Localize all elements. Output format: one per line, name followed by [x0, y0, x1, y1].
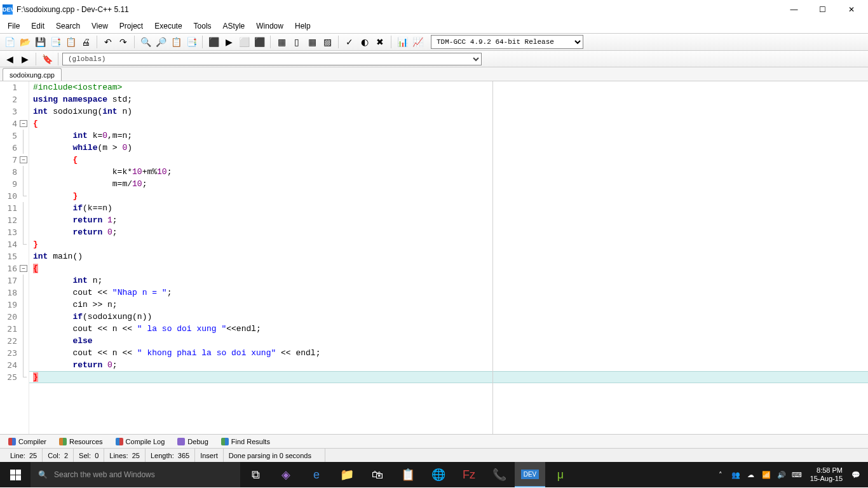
- maximize-button[interactable]: ☐: [808, 1, 837, 18]
- tray-volume-icon[interactable]: 🔊: [775, 462, 789, 487]
- tray-chevron-icon[interactable]: ˄: [714, 462, 728, 487]
- system-tray: ˄ 👥 ☁ 📶 🔊 ⌨ 8:58 PM 15-Aug-15 💬: [714, 462, 868, 487]
- globals-select[interactable]: (globals): [62, 53, 482, 65]
- menu-astyle[interactable]: AStyle: [218, 20, 250, 32]
- tray-onedrive-icon[interactable]: ☁: [744, 462, 758, 487]
- goto-button[interactable]: 📑: [184, 35, 198, 49]
- menu-tools[interactable]: Tools: [189, 20, 217, 32]
- toggle-button[interactable]: ◐: [358, 35, 372, 49]
- menu-help[interactable]: Help: [290, 20, 316, 32]
- fold-toggle[interactable]: −: [20, 120, 27, 127]
- menu-bar: FileEditSearchViewProjectExecuteToolsASt…: [0, 19, 868, 33]
- save-as-button[interactable]: 📋: [64, 35, 78, 49]
- tray-notifications-icon[interactable]: 💬: [849, 462, 863, 487]
- filezilla-icon[interactable]: Fz: [454, 462, 484, 487]
- forward-button[interactable]: ▶: [18, 52, 32, 66]
- chart2-button[interactable]: 📈: [410, 35, 424, 49]
- status-bar: Line: 25 Col: 2 Sel: 0 Lines: 25 Length:…: [0, 448, 868, 462]
- compile-run-button[interactable]: ⬜: [237, 35, 251, 49]
- devcpp-active-icon[interactable]: DEV: [515, 462, 545, 487]
- menu-execute[interactable]: Execute: [149, 20, 187, 32]
- taskbar-search[interactable]: 🔍 Search the web and Windows: [31, 462, 240, 487]
- menu-view[interactable]: View: [86, 20, 113, 32]
- save-all-button[interactable]: 📑: [48, 35, 62, 49]
- explorer-icon[interactable]: 📁: [332, 462, 362, 487]
- minimize-button[interactable]: —: [780, 1, 808, 18]
- search-icon: 🔍: [38, 470, 48, 479]
- redo-button[interactable]: ↷: [116, 35, 130, 49]
- code-content[interactable]: #include<iostream>using namespace std;in…: [29, 81, 868, 434]
- editor-tab-bar: sodoixung.cpp: [0, 67, 868, 81]
- delete-button[interactable]: ✖: [373, 35, 387, 49]
- compiler-select[interactable]: TDM-GCC 4.9.2 64-bit Release: [431, 35, 583, 49]
- replace-button[interactable]: 🔎: [154, 35, 168, 49]
- chart-button[interactable]: 📊: [395, 35, 409, 49]
- search-placeholder: Search the web and Windows: [54, 470, 155, 479]
- stop-button[interactable]: ▯: [290, 35, 304, 49]
- new-file-button[interactable]: 📄: [3, 35, 17, 49]
- save-button[interactable]: 💾: [33, 35, 47, 49]
- back-button[interactable]: ◀: [3, 52, 17, 66]
- fold-toggle[interactable]: −: [20, 265, 27, 272]
- chrome-icon[interactable]: 🌐: [423, 462, 454, 487]
- edge-icon[interactable]: e: [301, 462, 332, 487]
- find-next-button[interactable]: 📋: [169, 35, 183, 49]
- app2-icon[interactable]: 📞: [484, 462, 515, 487]
- bottom-tab-resources[interactable]: Resources: [53, 435, 109, 448]
- close-button[interactable]: ✕: [837, 1, 865, 18]
- print-button[interactable]: 🖨: [79, 35, 93, 49]
- main-toolbar: 📄 📂 💾 📑 📋 🖨 ↶ ↷ 🔍 🔎 📋 📑 ⬛ ▶ ⬜ ⬛ ▦ ▯ ▦ ▨ …: [0, 33, 868, 51]
- title-bar: DEV F:\sodoixung.cpp - Dev-C++ 5.11 — ☐ …: [0, 0, 868, 19]
- tray-wifi-icon[interactable]: 📶: [759, 462, 773, 487]
- undo-button[interactable]: ↶: [101, 35, 115, 49]
- store-icon[interactable]: 🛍: [362, 462, 393, 487]
- bottom-tab-compiler[interactable]: Compiler: [3, 435, 52, 448]
- compile-button[interactable]: ⬛: [207, 35, 220, 49]
- vs-icon[interactable]: ◈: [271, 462, 301, 487]
- bottom-tab-compile-log[interactable]: Compile Log: [110, 435, 171, 448]
- bottom-tabs: CompilerResourcesCompile LogDebugFind Re…: [0, 434, 868, 448]
- profile-button[interactable]: ▦: [305, 35, 319, 49]
- tray-people-icon[interactable]: 👥: [729, 462, 743, 487]
- menu-edit[interactable]: Edit: [26, 20, 50, 32]
- run-button[interactable]: ▶: [222, 35, 236, 49]
- bottom-tab-find-results[interactable]: Find Results: [215, 435, 276, 448]
- task-view-icon[interactable]: ⧉: [240, 462, 271, 487]
- check-button[interactable]: ✓: [342, 35, 356, 49]
- fold-toggle[interactable]: −: [20, 156, 27, 163]
- editor-area[interactable]: 1234−567−8910111213141516−17181920212223…: [0, 81, 868, 434]
- open-button[interactable]: 📂: [18, 35, 32, 49]
- taskbar: 🔍 Search the web and Windows ⧉ ◈ e 📁 🛍 📋…: [0, 462, 868, 487]
- tray-clock[interactable]: 8:58 PM 15-Aug-15: [805, 466, 848, 483]
- window-title: F:\sodoixung.cpp - Dev-C++ 5.11: [17, 5, 129, 14]
- app1-icon[interactable]: 📋: [393, 462, 423, 487]
- rebuild-button[interactable]: ⬛: [252, 35, 266, 49]
- split-line: [492, 81, 493, 434]
- bottom-tab-debug[interactable]: Debug: [172, 435, 214, 448]
- menu-project[interactable]: Project: [114, 20, 148, 32]
- app-icon: DEV: [3, 4, 13, 15]
- start-button[interactable]: [0, 462, 31, 487]
- editor-tab[interactable]: sodoixung.cpp: [3, 68, 62, 81]
- find-button[interactable]: 🔍: [139, 35, 153, 49]
- menu-file[interactable]: File: [3, 20, 25, 32]
- bookmark-button[interactable]: 🔖: [40, 52, 54, 66]
- tool-button[interactable]: ▨: [320, 35, 334, 49]
- utorrent-icon[interactable]: μ: [545, 462, 576, 487]
- second-toolbar: ◀ ▶ 🔖 (globals): [0, 51, 868, 67]
- menu-window[interactable]: Window: [251, 20, 288, 32]
- debug-button[interactable]: ▦: [275, 35, 288, 49]
- gutter: 1234−567−8910111213141516−17181920212223…: [0, 81, 29, 434]
- tray-lang-icon[interactable]: ⌨: [790, 462, 804, 487]
- menu-search[interactable]: Search: [51, 20, 85, 32]
